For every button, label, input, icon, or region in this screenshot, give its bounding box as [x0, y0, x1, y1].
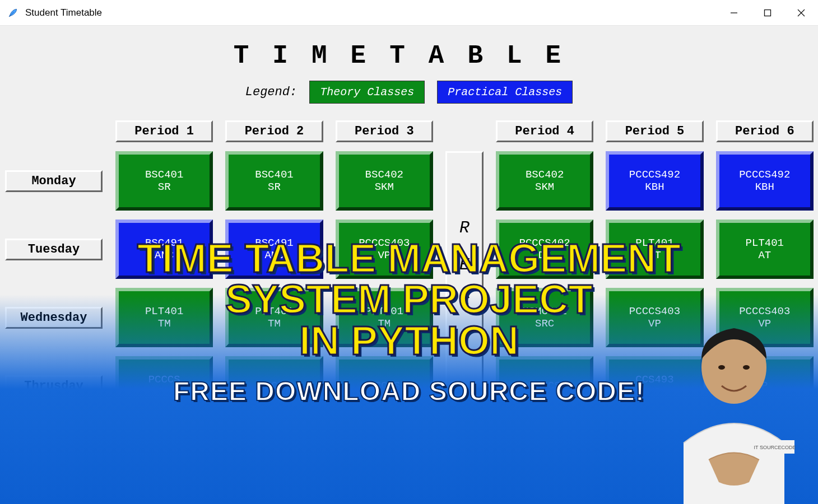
- class-cell[interactable]: BSC491ANC: [115, 220, 213, 279]
- class-teacher: VP: [340, 249, 429, 262]
- day-header: Wednesday: [5, 307, 103, 329]
- svg-rect-2: [765, 10, 771, 16]
- day-header: Tuesday: [5, 239, 103, 260]
- legend: Legend: Theory Classes Practical Classes: [0, 81, 818, 104]
- class-teacher: KBH: [720, 181, 810, 193]
- class-cell[interactable]: PLT401TM: [225, 288, 323, 347]
- class-code: PCCCS: [229, 380, 319, 392]
- class-teacher: SL: [119, 386, 209, 398]
- class-cell[interactable]: PLT401TM: [115, 288, 213, 347]
- period-header: Period 6: [716, 120, 814, 142]
- class-code: PCCCS403: [610, 305, 699, 318]
- class-cell[interactable]: PLT401AT: [606, 220, 703, 279]
- class-teacher: SRC: [500, 318, 589, 330]
- class-teacher: DC: [500, 249, 589, 262]
- class-cell[interactable]: PCCCS402DC: [496, 220, 593, 279]
- window-title: Student Timetable: [25, 7, 102, 18]
- class-code: PLT401: [340, 305, 429, 318]
- class-teacher: TM: [119, 318, 209, 330]
- class-code: BSC402: [500, 169, 589, 181]
- class-teacher: VP: [720, 318, 810, 330]
- day-header: Monday: [5, 170, 103, 192]
- maximize-button[interactable]: [751, 0, 784, 25]
- class-code: PLT401: [229, 305, 319, 318]
- legend-practical: Practical Classes: [437, 81, 573, 104]
- class-cell[interactable]: PCCCS403VP: [606, 288, 703, 347]
- class-code: PCCCS402: [500, 237, 589, 249]
- class-teacher: AT: [610, 249, 699, 262]
- class-teacher: ANC: [119, 249, 209, 262]
- class-code: HSMC402: [500, 305, 589, 318]
- class-code: PCCCS492: [610, 169, 699, 181]
- period-header: Period 5: [606, 120, 703, 142]
- class-teacher: SR: [229, 181, 319, 193]
- app-body: TIMETABLE Legend: Theory Classes Practic…: [0, 26, 818, 504]
- class-cell[interactable]: PCCCS403VP: [336, 220, 433, 279]
- class-cell[interactable]: PCCCS492KBH: [606, 151, 703, 211]
- class-cell[interactable]: BSC401SR: [225, 151, 323, 211]
- class-cell[interactable]: PCCCS: [336, 356, 433, 416]
- minimize-button[interactable]: [717, 0, 751, 25]
- class-teacher: AT: [720, 249, 810, 262]
- feather-icon: [0, 7, 25, 18]
- class-cell[interactable]: PCCCSSL: [115, 356, 213, 416]
- class-teacher: TM: [340, 318, 429, 330]
- class-cell[interactable]: HSMC402SRC: [496, 288, 593, 347]
- class-cell[interactable]: CCS493VP: [606, 356, 703, 416]
- class-teacher: SKM: [340, 181, 429, 193]
- period-header: Period 3: [336, 120, 433, 142]
- class-cell[interactable]: BSC402SKM: [336, 151, 433, 211]
- class-teacher: VP: [610, 386, 699, 398]
- class-code: BSC401: [119, 169, 209, 181]
- period-header: Period 2: [225, 120, 323, 142]
- class-code: PCCCS: [500, 380, 589, 392]
- class-code: BSC402: [340, 169, 429, 181]
- class-cell[interactable]: BSC402SKM: [496, 151, 593, 211]
- class-teacher: SR: [119, 181, 209, 193]
- class-cell[interactable]: P: [716, 356, 814, 416]
- class-code: BSC491: [119, 237, 209, 249]
- class-code: PCCCS492: [720, 169, 810, 181]
- class-code: PCCCS403: [720, 305, 810, 318]
- class-code: PCCCS: [119, 374, 209, 386]
- class-cell[interactable]: PLT401AT: [716, 220, 814, 279]
- class-code: PLT401: [720, 237, 810, 249]
- class-cell[interactable]: PCCCS403VP: [716, 288, 814, 347]
- class-teacher: ANC: [229, 249, 319, 262]
- class-code: PCCCS403: [340, 237, 429, 249]
- svg-text:IT SOURCECODE: IT SOURCECODE: [754, 445, 796, 450]
- class-code: BSC401: [229, 169, 319, 181]
- class-teacher: SKM: [500, 181, 589, 193]
- class-cell[interactable]: PCCCS492KBH: [716, 151, 814, 211]
- page-title: TIMETABLE: [0, 26, 818, 81]
- day-header: Thrusday: [5, 375, 103, 397]
- class-code: PLT401: [119, 305, 209, 318]
- legend-label: Legend:: [245, 85, 297, 99]
- class-cell[interactable]: BSC491ANC: [225, 220, 323, 279]
- class-cell[interactable]: PCCCS: [225, 356, 323, 416]
- class-cell[interactable]: PCCCS: [496, 356, 593, 416]
- class-code: PLT401: [610, 237, 699, 249]
- period-header: Period 1: [115, 120, 213, 142]
- class-teacher: KBH: [610, 181, 699, 193]
- class-code: CCS493: [610, 374, 699, 386]
- class-code: P: [720, 380, 810, 392]
- legend-theory: Theory Classes: [309, 81, 425, 104]
- class-teacher: TM: [229, 318, 319, 330]
- period-header: Period 4: [496, 120, 593, 142]
- close-button[interactable]: [784, 0, 818, 25]
- class-code: PCCCS: [340, 380, 429, 392]
- class-code: BSC491: [229, 237, 319, 249]
- class-cell[interactable]: BSC401SR: [115, 151, 213, 211]
- timetable-grid: Period 1 Period 2 Period 3 Period 4 Peri…: [4, 120, 814, 416]
- window-titlebar: Student Timetable: [0, 0, 818, 26]
- class-teacher: VP: [610, 318, 699, 330]
- svg-rect-8: [755, 440, 794, 454]
- class-cell[interactable]: PLT401TM: [336, 288, 433, 347]
